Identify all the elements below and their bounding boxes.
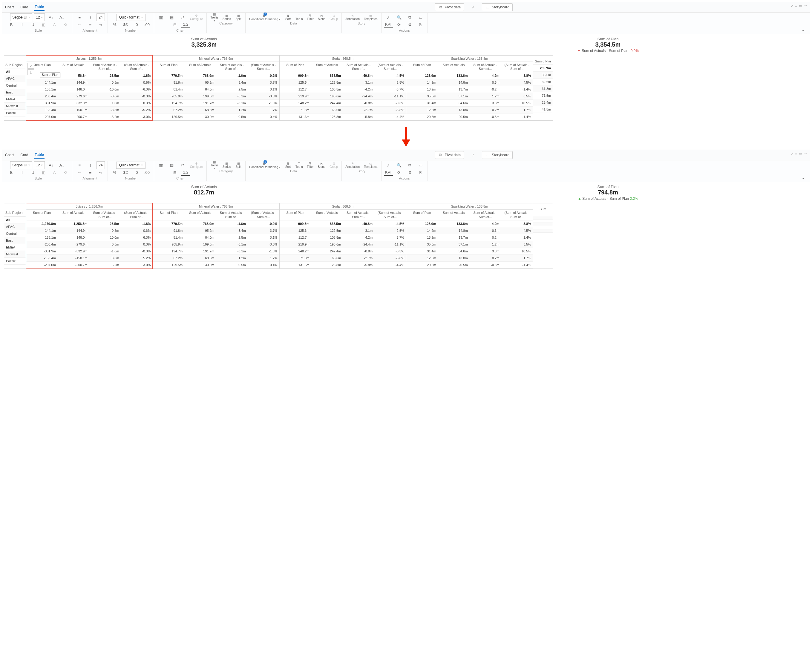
column-header[interactable]: Sum of Plan — [153, 62, 185, 72]
category-header[interactable]: Juices : 1,256.3m — [26, 55, 152, 62]
templates-button[interactable]: ▭Templates — [363, 162, 379, 168]
column-header[interactable]: Sum of Plan — [280, 210, 311, 220]
column-header[interactable]: Sum of Actuals — [311, 62, 343, 72]
number-format-2[interactable]: .0 — [132, 169, 141, 175]
number-format-1[interactable]: $€ — [121, 21, 130, 28]
row-header-cell[interactable]: Midwest — [4, 251, 26, 257]
column-header[interactable]: (Sum of Actuals - Sum of... — [248, 210, 279, 220]
font-color-button[interactable]: A — [50, 21, 59, 28]
settings-icon[interactable]: ⚙ — [405, 169, 414, 175]
column-header[interactable]: Sum of Actuals — [438, 210, 470, 220]
conditional-formatting-button[interactable]: ▦2Conditional formatting ▾ — [248, 14, 282, 21]
trellis-button[interactable]: ▦Trellis▾ — [209, 12, 219, 22]
panel-corner-icon-0[interactable]: ⤢ — [791, 152, 794, 155]
row-header-cell[interactable]: APAC — [4, 75, 26, 82]
configure-button[interactable]: ⚙Configure — [189, 162, 204, 168]
panel-corner-icon-1[interactable]: ≡ — [795, 152, 797, 155]
panel-corner-icon-1[interactable]: ≡ — [795, 4, 797, 8]
decimal-preset[interactable]: 1.2 — [181, 21, 190, 28]
column-header[interactable]: Sum of Actuals - Sum of... — [89, 210, 121, 220]
export-pdf-icon[interactable]: ⎘ — [416, 21, 425, 28]
chart-stacked-icon[interactable]: ▤ — [167, 162, 176, 168]
align-button[interactable]: ≣ — [85, 21, 94, 28]
row-header-cell[interactable]: East — [4, 237, 26, 244]
fill-color-button[interactable]: ◧ — [39, 169, 48, 175]
decrease-font-icon[interactable]: A↓ — [57, 14, 66, 21]
split-button[interactable]: ▦Split — [234, 14, 243, 21]
view-tab-card[interactable]: Card — [20, 4, 29, 11]
column-header[interactable]: Sum of Actuals - Sum of... — [216, 62, 248, 72]
row-header-cell[interactable]: Pacific — [4, 258, 26, 264]
series-button[interactable]: ▦Series — [221, 14, 232, 21]
increase-font-icon[interactable]: A↑ — [47, 162, 55, 168]
storyboard-button[interactable]: ▭Storyboard — [482, 151, 513, 159]
category-header[interactable]: Mineral Water : 768.9m — [153, 55, 279, 62]
decrease-font-icon[interactable]: A↓ — [57, 162, 66, 168]
fit-width-icon[interactable]: ⇔ — [96, 169, 105, 175]
view-tab-chart[interactable]: Chart — [5, 4, 14, 11]
split-button[interactable]: ▦Split — [234, 162, 243, 168]
row-header-cell[interactable]: Central — [4, 82, 26, 89]
category-header[interactable]: Mineral Water : 768.9m — [153, 203, 279, 210]
templates-button[interactable]: ▭Templates — [363, 14, 379, 21]
chart-swap-icon[interactable]: ⇄ — [178, 162, 187, 168]
row-header-cell[interactable]: APAC — [4, 223, 26, 230]
column-header[interactable]: Sum of Actuals — [438, 62, 470, 72]
underline-button[interactable]: U — [28, 169, 37, 175]
filter-icon-button[interactable]: ⑂ — [468, 151, 478, 158]
action-icon-1[interactable]: 🔍 — [395, 162, 404, 168]
italic-button[interactable]: I — [18, 169, 26, 175]
column-header[interactable]: Sum of Actuals - Sum of... — [343, 62, 374, 72]
sort-button[interactable]: ⇅Sort — [283, 162, 292, 168]
refresh-icon[interactable]: ⟳ — [395, 21, 404, 28]
chart-swap-icon[interactable]: ⇄ — [178, 14, 187, 21]
column-header[interactable]: Sum of Actuals - Sum of... — [470, 62, 501, 72]
column-header[interactable]: Sum of Plan — [406, 62, 438, 72]
view-tab-table[interactable]: Table — [34, 151, 44, 158]
align-vertical-icon[interactable]: ⫶ — [86, 14, 95, 21]
number-format-0[interactable]: % — [110, 169, 119, 175]
row-header-cell[interactable]: All — [4, 68, 26, 75]
number-format-0[interactable]: % — [110, 21, 119, 28]
font-color-button[interactable]: A — [50, 169, 59, 175]
indent-left-icon[interactable]: ⇤ — [75, 21, 84, 28]
align-horizontal-icon[interactable]: ≡ — [75, 162, 84, 168]
action-icon-3[interactable]: ▭ — [416, 162, 425, 168]
chart-stacked-icon[interactable]: ▤ — [167, 14, 176, 21]
column-header[interactable]: (Sum of Actuals - Sum of... — [374, 210, 406, 220]
row-header-cell[interactable]: EMEA — [4, 244, 26, 251]
underline-button[interactable]: U — [28, 21, 37, 28]
row-header-cell[interactable]: Midwest — [4, 103, 26, 109]
view-tab-card[interactable]: Card — [20, 152, 29, 158]
pivot-data-button[interactable]: ⧉Pivot data — [435, 3, 464, 11]
action-icon-2[interactable]: ⧉ — [405, 162, 414, 168]
export-pdf-icon[interactable]: ⎘ — [416, 169, 425, 175]
column-header[interactable]: Sum of Actuals — [58, 210, 89, 220]
column-header[interactable]: Sum of Actuals - Sum of... — [89, 62, 121, 72]
topn-button[interactable]: ⊤Top n — [294, 162, 304, 168]
ribbon-collapse-icon[interactable]: ⌄ — [798, 174, 807, 181]
layout-icon[interactable]: ⊞ — [171, 169, 180, 175]
layout-icon[interactable]: ⊞ — [171, 21, 180, 28]
number-format-3[interactable]: .00 — [143, 169, 151, 175]
column-header[interactable]: (Sum of Actuals - Sum of... — [248, 62, 279, 72]
panel-corner-icon-3[interactable]: ⋯ — [804, 152, 807, 155]
column-header[interactable]: Sum of Actuals — [185, 210, 216, 220]
chart-type-icon[interactable]: ▯▯ — [157, 162, 166, 168]
action-icon-0[interactable]: ⤢ — [384, 162, 393, 168]
row-height-input[interactable]: 24 — [97, 161, 105, 169]
column-header[interactable]: Sum of Actuals — [311, 210, 343, 220]
category-header[interactable]: Sparkling Water : 133.8m — [406, 55, 533, 62]
number-format-2[interactable]: .0 — [132, 21, 141, 28]
column-header[interactable]: Sum of Actuals — [185, 62, 216, 72]
column-header[interactable]: (Sum of Actuals - Sum of... — [501, 210, 533, 220]
kpi-button[interactable]: KPI — [384, 21, 393, 28]
trellis-button[interactable]: ▦Trellis▾ — [209, 160, 219, 170]
action-icon-3[interactable]: ▭ — [416, 14, 425, 21]
fill-color-button[interactable]: ◧ — [39, 21, 48, 28]
storyboard-button[interactable]: ▭Storyboard — [482, 3, 513, 11]
font-size-select[interactable]: 12▾ — [34, 14, 45, 21]
align-horizontal-icon[interactable]: ≡ — [75, 14, 84, 21]
expand-icon[interactable]: ⤢ — [28, 63, 34, 69]
panel-corner-icon-2[interactable]: ▭ — [799, 152, 802, 155]
